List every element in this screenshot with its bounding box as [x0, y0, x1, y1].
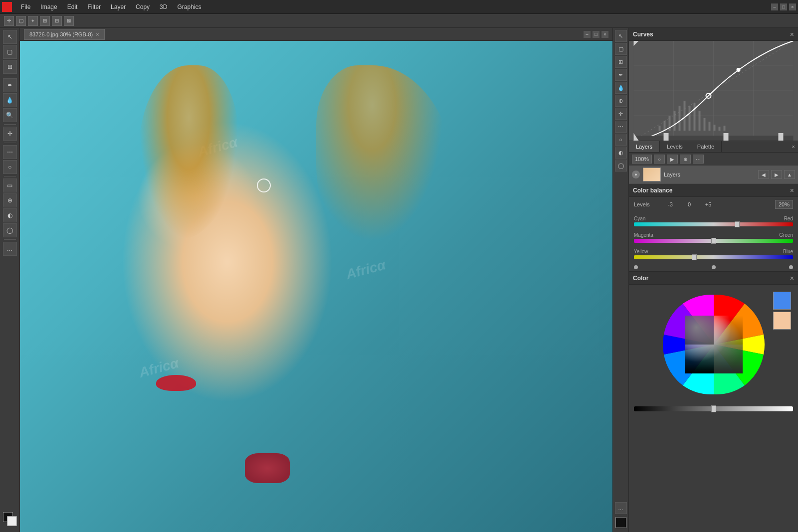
- balance-value-2: 0: [682, 201, 697, 207]
- svg-rect-24: [634, 136, 794, 141]
- move-tool-button[interactable]: ✛: [4, 16, 14, 26]
- cyan-red-track[interactable]: [634, 222, 793, 226]
- dropper-tool[interactable]: 💧: [3, 93, 17, 107]
- extra-tool[interactable]: …: [3, 242, 17, 256]
- svg-point-23: [737, 68, 741, 72]
- layers-right-icon[interactable]: ⊞: [615, 56, 627, 68]
- color-wheel-container[interactable]: [629, 285, 798, 404]
- pointer-tool[interactable]: ↖: [3, 30, 17, 44]
- menu-copy[interactable]: Copy: [131, 1, 155, 12]
- opacity-input[interactable]: [632, 155, 652, 164]
- rect-tool[interactable]: ▭: [3, 178, 17, 192]
- layers-tool[interactable]: ⊞: [3, 60, 17, 74]
- layer-triangle[interactable]: ▲: [784, 170, 795, 179]
- yellow-blue-track[interactable]: [634, 255, 793, 259]
- dots-row: [629, 263, 798, 271]
- canvas-tab[interactable]: 83726-0.jpg 30% (RGB-8) ×: [24, 29, 105, 40]
- lasso-tool-button[interactable]: ⌖: [28, 16, 38, 26]
- grab-right-tool[interactable]: ✛: [615, 108, 627, 120]
- wand-tool[interactable]: ⋯: [3, 145, 17, 159]
- layer-mode-button[interactable]: ○: [654, 155, 665, 164]
- fg-swatch[interactable]: [615, 517, 626, 528]
- color-panel: Color ×: [629, 272, 798, 532]
- crop-tool-button[interactable]: ⊞: [40, 16, 50, 26]
- dodge-right-tool[interactable]: ◐: [615, 147, 627, 159]
- magenta-label: Magenta: [634, 232, 653, 238]
- magenta-green-track[interactable]: [634, 239, 793, 243]
- menu-layer[interactable]: Layer: [106, 1, 131, 12]
- stamp-tool-button[interactable]: ⊟: [52, 16, 62, 26]
- dropper-right-tool[interactable]: 💧: [615, 82, 627, 94]
- canvas-tab-controls: – □ ×: [584, 31, 608, 38]
- layer-add-button[interactable]: ⊕: [680, 155, 691, 164]
- menu-bar: File Image Edit Filter Layer Copy 3D Gra…: [0, 0, 798, 14]
- cyan-red-handle[interactable]: [735, 221, 740, 227]
- layer-visibility-button[interactable]: ●: [632, 171, 640, 178]
- rectangle-select-tool[interactable]: ▢: [3, 45, 17, 59]
- canvas-close-button[interactable]: ×: [601, 31, 608, 38]
- layer-row[interactable]: ● Layers ◀ ▶ ▲: [629, 166, 798, 184]
- svg-rect-16: [704, 118, 706, 131]
- svg-rect-20: [724, 126, 726, 131]
- zoom-tool[interactable]: 🔍: [3, 108, 17, 122]
- layer-expand-right[interactable]: ▶: [771, 170, 782, 179]
- yellow-label: Yellow: [634, 249, 648, 254]
- canvas-photo: Africα Africα Africα: [20, 41, 612, 532]
- panels-close-button[interactable]: ×: [789, 141, 798, 152]
- eraser-tool-button[interactable]: ⊠: [64, 16, 74, 26]
- dot-1: [634, 265, 638, 269]
- pen-tool[interactable]: ✒: [3, 78, 17, 92]
- color-balance-close[interactable]: ×: [790, 186, 794, 194]
- curves-graph[interactable]: [629, 41, 798, 141]
- close-button[interactable]: ×: [789, 3, 796, 10]
- menu-3d[interactable]: 3D: [155, 1, 172, 12]
- menu-image[interactable]: Image: [35, 1, 62, 12]
- swatch-blue[interactable]: [773, 292, 791, 310]
- color-panel-close[interactable]: ×: [790, 274, 794, 282]
- background-color[interactable]: [7, 516, 17, 526]
- brush-tool[interactable]: ○: [3, 160, 17, 174]
- tab-palette[interactable]: Palette: [690, 141, 722, 152]
- canvas-wrapper[interactable]: Africα Africα Africα: [20, 41, 612, 532]
- canvas-max-button[interactable]: □: [593, 31, 599, 38]
- balance-values-row: Levels -3 0 +5 20%: [634, 200, 793, 209]
- yellow-blue-handle[interactable]: [692, 254, 697, 260]
- layer-play-button[interactable]: ▶: [667, 155, 678, 164]
- tab-levels[interactable]: Levels: [660, 141, 690, 152]
- pointer-right-tool[interactable]: ↖: [615, 30, 627, 42]
- menu-file[interactable]: File: [16, 1, 35, 12]
- curves-svg: [629, 41, 798, 141]
- canvas-tab-close[interactable]: ×: [96, 31, 99, 37]
- minimize-button[interactable]: –: [771, 3, 778, 10]
- tool-separator-3: [4, 143, 16, 143]
- gradient-tool[interactable]: ⊕: [3, 193, 17, 207]
- menu-graphics[interactable]: Graphics: [172, 1, 206, 12]
- layer-option-button[interactable]: ⋯: [693, 155, 704, 164]
- main-area: ↖ ▢ ⊞ ✒ 💧 🔍 ✛ ⋯ ○ ▭ ⊕ ◐ ◯ … 83726-0.jpg …: [0, 28, 798, 532]
- curves-title: Curves: [633, 31, 653, 38]
- circle-right-tool[interactable]: ◯: [615, 160, 627, 172]
- canvas-min-button[interactable]: –: [584, 31, 591, 38]
- zoom-right-tool[interactable]: ⊕: [615, 95, 627, 107]
- move-tool[interactable]: ✛: [3, 127, 17, 141]
- select-tool-button[interactable]: ▢: [16, 16, 26, 26]
- brush-right-tool[interactable]: ○: [615, 134, 627, 146]
- svg-rect-7: [659, 126, 661, 131]
- swatch-peach[interactable]: [773, 312, 791, 330]
- brightness-slider[interactable]: [634, 406, 793, 411]
- portrait-overlay: [20, 41, 612, 532]
- menu-filter[interactable]: Filter: [82, 1, 106, 12]
- wand-right-tool[interactable]: ⋯: [615, 121, 627, 133]
- extra-right-icon[interactable]: …: [615, 502, 627, 514]
- magenta-green-handle[interactable]: [711, 238, 716, 244]
- pen-right-tool[interactable]: ✒: [615, 69, 627, 81]
- rectangle-right-tool[interactable]: ▢: [615, 43, 627, 55]
- circle-tool[interactable]: ◯: [3, 223, 17, 237]
- brightness-handle[interactable]: [711, 405, 716, 412]
- layer-expand-left[interactable]: ◀: [758, 170, 769, 179]
- tab-layers[interactable]: Layers: [629, 141, 660, 152]
- menu-edit[interactable]: Edit: [62, 1, 83, 12]
- curves-close-button[interactable]: ×: [790, 30, 794, 38]
- dodge-tool[interactable]: ◐: [3, 208, 17, 222]
- maximize-button[interactable]: □: [780, 3, 787, 10]
